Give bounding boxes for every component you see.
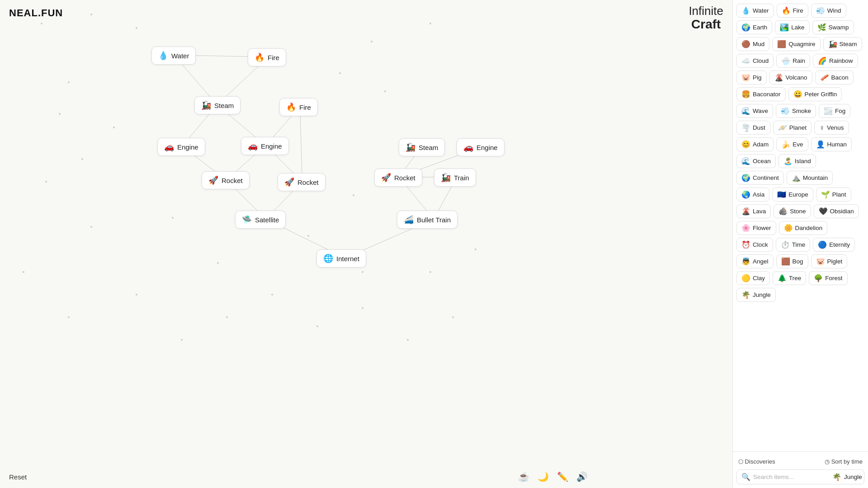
moon-icon[interactable]: 🌙 bbox=[538, 471, 549, 482]
sidebar-item-label: Lake bbox=[791, 24, 804, 31]
sidebar-item-label: Island bbox=[795, 158, 811, 164]
sidebar-item[interactable]: 🏝️Island bbox=[778, 154, 816, 168]
canvas-element-rocket1[interactable]: 🚀Rocket bbox=[202, 171, 250, 189]
sort-button[interactable]: ◷ Sort by time bbox=[825, 458, 863, 465]
element-label: Train bbox=[454, 174, 469, 182]
canvas-element-steam1[interactable]: 🚂Steam bbox=[194, 96, 241, 114]
sidebar-item[interactable]: 🍔Baconator bbox=[736, 87, 786, 101]
sidebar-item[interactable]: 💧Water bbox=[736, 4, 774, 18]
sidebar-item[interactable]: 🌍Earth bbox=[736, 20, 772, 34]
element-icon: 🔥 bbox=[286, 102, 296, 112]
sidebar-item[interactable]: 🍌Eve bbox=[776, 137, 808, 151]
sidebar-item[interactable]: 🌳Forest bbox=[809, 271, 847, 285]
sidebar-item[interactable]: 🟫Quagmire bbox=[772, 37, 820, 51]
sidebar-item-icon: 🐷 bbox=[741, 73, 750, 82]
element-icon: 🛸 bbox=[242, 215, 252, 225]
sidebar-item[interactable]: 🥓Bacon bbox=[815, 70, 854, 84]
sidebar-item[interactable]: 🐷Piglet bbox=[811, 254, 848, 268]
sidebar-item[interactable]: 💨Smoke bbox=[776, 104, 816, 118]
sidebar-item[interactable]: 🌱Plant bbox=[816, 188, 851, 202]
sidebar-item[interactable]: 🪨Stone bbox=[774, 204, 811, 218]
sidebar-item-label: Wind bbox=[827, 7, 841, 14]
search-input[interactable] bbox=[753, 474, 830, 480]
reset-button[interactable]: Reset bbox=[9, 473, 27, 481]
sidebar-item[interactable]: 👼Angel bbox=[736, 254, 774, 268]
element-label: Rocket bbox=[394, 174, 415, 182]
coffee-icon[interactable]: ☕ bbox=[518, 471, 529, 482]
sidebar-item[interactable]: 🐷Pig bbox=[736, 70, 767, 84]
sidebar-item[interactable]: 🌊Ocean bbox=[736, 154, 776, 168]
sidebar-item[interactable]: 🌪️Dust bbox=[736, 121, 770, 135]
svg-line-9 bbox=[300, 107, 302, 182]
sidebar-item[interactable]: 🌈Rainbow bbox=[813, 54, 858, 68]
sidebar-item-icon: 🇪🇺 bbox=[777, 190, 786, 199]
sidebar-item[interactable]: 🟤Mud bbox=[736, 37, 769, 51]
element-label: Bullet Train bbox=[417, 216, 451, 224]
element-label: Engine bbox=[177, 143, 198, 151]
sidebar-item-icon: 🐷 bbox=[816, 257, 825, 266]
sidebar-item[interactable]: 🌧️Rain bbox=[776, 54, 810, 68]
sidebar-item-icon: 🍔 bbox=[741, 90, 750, 99]
sidebar-item[interactable]: 😊Adam bbox=[736, 137, 774, 151]
sidebar-item[interactable]: 🌫️Fog bbox=[819, 104, 850, 118]
sidebar-item[interactable]: 👤Human bbox=[811, 137, 852, 151]
pencil-icon[interactable]: ✏️ bbox=[557, 471, 568, 482]
sidebar-item-icon: 🏞️ bbox=[780, 23, 789, 32]
element-label: Water bbox=[171, 52, 189, 60]
sidebar-item[interactable]: 🌋Lava bbox=[736, 204, 771, 218]
canvas-element-engine2[interactable]: 🚗Engine bbox=[241, 137, 289, 155]
sidebar-item[interactable]: 🏞️Lake bbox=[775, 20, 809, 34]
sidebar-item[interactable]: 🌊Wave bbox=[736, 104, 773, 118]
sidebar-item[interactable]: ⏰Clock bbox=[736, 238, 773, 252]
sidebar-item[interactable]: 🖤Obsidian bbox=[814, 204, 859, 218]
sound-icon[interactable]: 🔊 bbox=[576, 471, 588, 482]
sidebar-item[interactable]: 😀Peter Griffin bbox=[788, 87, 842, 101]
sidebar-item[interactable]: ♀️Venus bbox=[814, 121, 849, 135]
sidebar-item[interactable]: 🌴Jungle bbox=[736, 288, 776, 302]
sidebar-item[interactable]: 🌸Flower bbox=[736, 221, 776, 235]
canvas-area[interactable]: NEAL.FUN Infinite Craft 💧Water🔥Fire🚂Stea… bbox=[0, 0, 732, 488]
sidebar-item-icon: 🪨 bbox=[778, 207, 788, 216]
sidebar-item[interactable]: 🔵Eternity bbox=[813, 238, 855, 252]
canvas-element-engine1[interactable]: 🚗Engine bbox=[157, 138, 205, 156]
canvas-element-rocket2[interactable]: 🚀Rocket bbox=[278, 173, 326, 191]
canvas-element-satellite1[interactable]: 🛸Satellite bbox=[235, 211, 286, 229]
sidebar-item-label: Plant bbox=[832, 191, 846, 198]
canvas-element-internet1[interactable]: 🌐Internet bbox=[316, 249, 366, 267]
canvas-element-engine3[interactable]: 🚗Engine bbox=[457, 138, 505, 156]
sidebar-item-icon: 🌊 bbox=[741, 107, 750, 115]
sidebar-item[interactable]: 🇪🇺Europe bbox=[772, 188, 813, 202]
sidebar-item[interactable]: 🟡Clay bbox=[736, 271, 770, 285]
sidebar-item[interactable]: 💨Wind bbox=[811, 4, 846, 18]
canvas-element-water1[interactable]: 💧Water bbox=[151, 47, 196, 65]
sidebar-item[interactable]: 🌏Asia bbox=[736, 188, 769, 202]
element-label: Rocket bbox=[222, 177, 243, 184]
sidebar-item[interactable]: ☁️Cloud bbox=[736, 54, 774, 68]
sidebar-item[interactable]: ⏱️Time bbox=[776, 238, 811, 252]
sidebar-item[interactable]: 🔥Fire bbox=[777, 4, 808, 18]
sidebar-item[interactable]: 🟫Bog bbox=[776, 254, 808, 268]
sidebar-item-label: Planet bbox=[789, 124, 807, 131]
canvas-element-train1[interactable]: 🚂Train bbox=[434, 169, 476, 187]
canvas-element-rocket3[interactable]: 🚀Rocket bbox=[374, 169, 422, 187]
canvas-element-fire1[interactable]: 🔥Fire bbox=[248, 48, 286, 66]
sidebar-item-icon: 🥓 bbox=[820, 73, 829, 82]
sidebar-item[interactable]: 🌼Dandelion bbox=[779, 221, 828, 235]
sidebar-item-label: Forest bbox=[825, 275, 842, 282]
sidebar-item-label: Tree bbox=[789, 275, 801, 282]
sidebar-item[interactable]: 🌋Volcano bbox=[769, 70, 812, 84]
sidebar-item[interactable]: 🚂Steam bbox=[823, 37, 862, 51]
sidebar-item-label: Piglet bbox=[827, 258, 843, 265]
sidebar-item[interactable]: 🌍Continent bbox=[736, 171, 784, 185]
canvas-element-bullettrain1[interactable]: 🚄Bullet Train bbox=[397, 211, 458, 229]
sidebar-item[interactable]: ⛰️Mountain bbox=[787, 171, 833, 185]
canvas-element-steam2[interactable]: 🚂Steam bbox=[399, 138, 445, 156]
sidebar-item[interactable]: 🪐Planet bbox=[773, 121, 811, 135]
sidebar-item-icon: 🌧️ bbox=[781, 56, 790, 65]
sidebar-item-label: Clock bbox=[753, 241, 768, 248]
canvas-element-fire2[interactable]: 🔥Fire bbox=[279, 98, 318, 116]
sidebar-item-icon: ☁️ bbox=[741, 56, 750, 65]
sidebar-item[interactable]: 🌿Swamp bbox=[812, 20, 854, 34]
sidebar-item[interactable]: 🌲Tree bbox=[773, 271, 806, 285]
discoveries-button[interactable]: ⬡ Discoveries bbox=[738, 458, 775, 465]
